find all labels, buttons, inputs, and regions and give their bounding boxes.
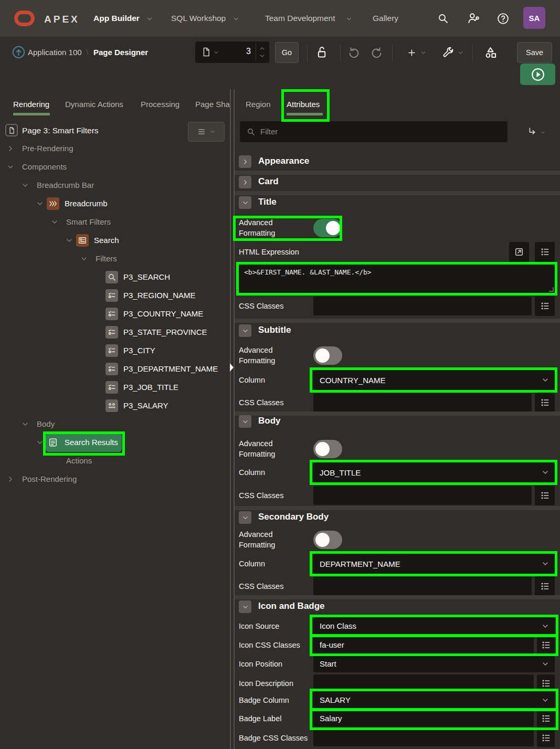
subtitle-column-select[interactable]: COUNTRY_NAME bbox=[313, 370, 555, 390]
tree-collapse-icon[interactable] bbox=[36, 438, 44, 447]
lock-icon[interactable] bbox=[314, 45, 329, 59]
shapes-icon[interactable] bbox=[483, 45, 498, 59]
splitter-arrow-icon[interactable] bbox=[230, 363, 234, 372]
tree-item-breadcrumb[interactable]: Breadcrumb bbox=[0, 195, 230, 213]
secondary-body-advanced-formatting-toggle[interactable] bbox=[313, 531, 342, 549]
section-secondary-body[interactable]: Secondary Body bbox=[239, 511, 554, 524]
tree-item-p3-region-name[interactable]: P3_REGION_NAME bbox=[0, 287, 230, 305]
badge-label-lov-button[interactable] bbox=[537, 710, 555, 727]
subtitle-css-classes-lov-button[interactable] bbox=[535, 393, 555, 413]
tree-item-search[interactable]: Search bbox=[0, 231, 230, 250]
search-icon[interactable] bbox=[437, 12, 449, 25]
tree-item-p3-search[interactable]: P3_SEARCH bbox=[0, 268, 230, 287]
section-icon-and-badge[interactable]: Icon and Badge bbox=[239, 600, 554, 613]
save-button[interactable]: Save bbox=[517, 42, 552, 63]
tree-item-post-rendering[interactable]: Post-Rendering bbox=[0, 470, 230, 489]
page-number[interactable]: 3 bbox=[195, 47, 251, 56]
go-to-group-icon[interactable] bbox=[526, 126, 538, 138]
icon-position-select[interactable]: Start bbox=[313, 655, 555, 672]
tree-item-body[interactable]: Body bbox=[0, 415, 230, 434]
section-toggle-icon[interactable] bbox=[239, 511, 251, 524]
spin-up-icon[interactable] bbox=[259, 45, 266, 52]
tree-item-p3-job-title[interactable]: P3_JOB_TITLE bbox=[0, 378, 230, 397]
section-toggle-icon[interactable] bbox=[239, 196, 251, 209]
tree-expand-icon[interactable] bbox=[6, 144, 15, 153]
nav-team-development[interactable]: Team Development bbox=[265, 12, 335, 25]
run-button[interactable] bbox=[520, 64, 555, 85]
icon-source-select[interactable]: Icon Class bbox=[313, 617, 555, 635]
body-column-select[interactable]: JOB_TITLE bbox=[313, 462, 555, 482]
help-icon[interactable] bbox=[496, 12, 510, 25]
html-expression-textarea[interactable]: <b>&FIRST_NAME. &LAST_NAME.</b> bbox=[239, 265, 555, 293]
section-card[interactable]: Card bbox=[239, 176, 554, 188]
spin-down-icon[interactable] bbox=[259, 52, 266, 59]
tree-item-p3-department-name[interactable]: P3_DEPARTMENT_NAME bbox=[0, 360, 230, 378]
section-toggle-icon[interactable] bbox=[239, 324, 251, 337]
tree-item-p3-city[interactable]: P3_CITY bbox=[0, 342, 230, 360]
tree-item-search-results[interactable]: Search Results bbox=[0, 434, 230, 452]
tree-item-pre-rendering[interactable]: Pre-Rendering bbox=[0, 140, 230, 158]
nav-sql-workshop[interactable]: SQL Workshop bbox=[171, 12, 226, 25]
html-expression-expand-button[interactable] bbox=[509, 242, 529, 262]
tree-collapse-icon[interactable] bbox=[36, 199, 44, 208]
tree-item-breadcrumb-bar[interactable]: Breadcrumb Bar bbox=[0, 176, 230, 195]
tab-region[interactable]: Region bbox=[246, 100, 271, 109]
icon-css-classes-input[interactable]: fa-user bbox=[313, 636, 534, 653]
section-toggle-icon[interactable] bbox=[239, 415, 251, 428]
tree-collapse-icon[interactable] bbox=[50, 218, 59, 226]
tree-item-components[interactable]: Components bbox=[0, 158, 230, 176]
icon-description-lov-button[interactable] bbox=[537, 674, 555, 692]
tree-item-filters[interactable]: Filters bbox=[0, 250, 230, 268]
body-advanced-formatting-toggle[interactable] bbox=[313, 440, 342, 458]
badge-css-classes-input[interactable] bbox=[313, 729, 534, 746]
tree-collapse-icon[interactable] bbox=[21, 181, 29, 189]
undo-icon[interactable] bbox=[347, 46, 361, 60]
nav-app-builder[interactable]: App Builder bbox=[93, 12, 140, 25]
section-toggle-icon[interactable] bbox=[239, 176, 251, 188]
body-css-classes-lov-button[interactable] bbox=[535, 486, 555, 505]
section-body[interactable]: Body bbox=[239, 415, 554, 428]
subtitle-css-classes-input[interactable] bbox=[313, 393, 532, 412]
section-subtitle[interactable]: Subtitle bbox=[239, 324, 554, 337]
redo-icon[interactable] bbox=[369, 46, 384, 60]
filter-input[interactable]: Filter bbox=[240, 121, 508, 142]
tree-expand-icon[interactable] bbox=[6, 475, 15, 483]
tree-item-p3-salary[interactable]: P3_SALARY bbox=[0, 397, 230, 415]
admin-icon[interactable] bbox=[467, 12, 480, 25]
section-toggle-icon[interactable] bbox=[239, 155, 251, 168]
body-css-classes-input[interactable] bbox=[313, 486, 532, 505]
section-toggle-icon[interactable] bbox=[239, 600, 251, 613]
icon-description-input[interactable] bbox=[313, 674, 534, 692]
go-button[interactable]: Go bbox=[275, 42, 299, 63]
title-css-classes-lov-button[interactable] bbox=[535, 296, 555, 316]
badge-column-select[interactable]: SALARY bbox=[313, 691, 555, 709]
secondary-body-column-select[interactable]: DEPARTMENT_NAME bbox=[313, 554, 555, 574]
tab-attributes[interactable]: Attributes bbox=[287, 100, 320, 109]
create-icon[interactable] bbox=[407, 48, 417, 58]
section-title[interactable]: Title bbox=[239, 196, 554, 209]
tree-item-p3-state-province[interactable]: P3_STATE_PROVINCE bbox=[0, 323, 230, 342]
tree-collapse-icon[interactable] bbox=[80, 255, 88, 263]
secondary-body-css-classes-input[interactable] bbox=[313, 577, 532, 596]
go-to-app-icon[interactable] bbox=[12, 45, 26, 59]
tree-item-actions[interactable]: Actions bbox=[0, 452, 230, 470]
badge-css-classes-lov-button[interactable] bbox=[537, 729, 555, 747]
secondary-body-css-classes-lov-button[interactable] bbox=[535, 576, 555, 596]
section-appearance[interactable]: Appearance bbox=[239, 155, 554, 168]
page-selector[interactable]: 3 bbox=[195, 41, 269, 63]
breadcrumb-app[interactable]: Application 100 bbox=[28, 48, 82, 57]
html-expression-lov-button[interactable] bbox=[535, 242, 555, 262]
tree-collapse-icon[interactable] bbox=[21, 420, 29, 428]
tree-item-smart-filters[interactable]: Smart Filters bbox=[0, 213, 230, 231]
subtitle-advanced-formatting-toggle[interactable] bbox=[313, 346, 342, 365]
tree-collapse-icon[interactable] bbox=[6, 163, 15, 171]
icon-css-classes-lov-button[interactable] bbox=[537, 636, 555, 654]
badge-label-input[interactable]: Salary bbox=[313, 710, 534, 727]
title-advanced-formatting-toggle[interactable] bbox=[313, 219, 342, 237]
tree-item-p3-country-name[interactable]: P3_COUNTRY_NAME bbox=[0, 305, 230, 323]
avatar[interactable]: SA bbox=[523, 7, 545, 29]
utilities-icon[interactable] bbox=[442, 46, 455, 59]
tree-collapse-icon[interactable] bbox=[65, 236, 73, 245]
nav-gallery[interactable]: Gallery bbox=[373, 12, 398, 25]
panel-splitter[interactable] bbox=[230, 89, 235, 749]
